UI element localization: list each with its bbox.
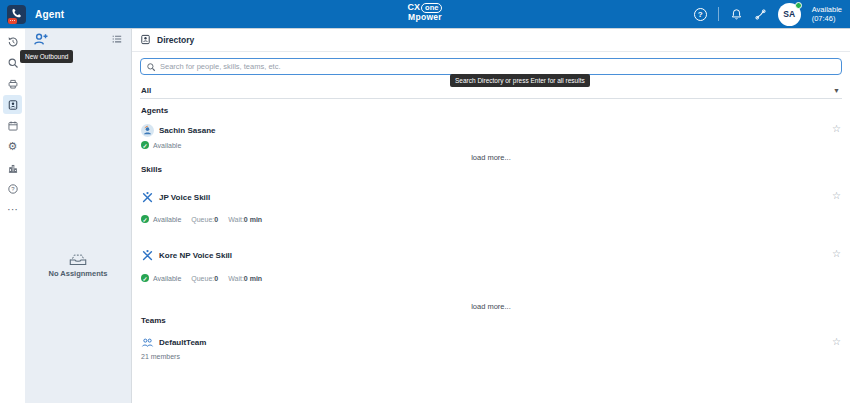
app-window: Agent CXone Mpower ? SA	[0, 0, 850, 403]
skill-icon	[141, 191, 154, 204]
available-check-icon: ✓	[141, 215, 149, 223]
available-check-icon: ✓	[141, 274, 149, 282]
skill-wait: Wait:0 min	[228, 275, 262, 282]
search-input-icon	[146, 62, 156, 72]
teams-section-heading: Teams	[141, 316, 841, 325]
agents-section-heading: Agents	[141, 106, 841, 115]
logo-cx: CX	[408, 2, 421, 12]
directory-icon[interactable]	[3, 95, 22, 114]
skill-queue: Queue:0	[191, 275, 218, 282]
notifications-bell-icon[interactable]	[730, 8, 743, 21]
team-icon	[141, 337, 154, 348]
status-line2: (07:46)	[812, 14, 842, 23]
skill-row[interactable]: JP Voice Skill ☆	[141, 191, 841, 204]
available-check-icon: ✓	[141, 141, 149, 149]
load-more-agents[interactable]: load more...	[141, 153, 841, 162]
agent-row[interactable]: Sachin Sasane ☆	[141, 124, 841, 137]
presence-available-dot	[795, 2, 802, 9]
app-title: Agent	[35, 9, 64, 20]
reports-chart-icon[interactable]	[3, 158, 22, 177]
skill-row[interactable]: Kore NP Voice Skill ☆	[141, 249, 841, 262]
queue-list-icon[interactable]	[111, 33, 123, 45]
chevron-down-icon: ▼	[833, 87, 842, 94]
new-outbound-tooltip: New Outbound	[20, 50, 73, 63]
calendar-icon[interactable]	[3, 116, 22, 135]
search-directory-tooltip: Search Directory or press Enter for all …	[450, 74, 590, 87]
skill-queue: Queue:0	[191, 216, 218, 223]
agent-status-text[interactable]: Available (07:46)	[812, 5, 842, 24]
inbox-icon	[68, 252, 88, 267]
agent-name: Sachin Sasane	[159, 126, 215, 135]
directory-search-input[interactable]	[160, 62, 836, 71]
filter-selected-value: All	[140, 86, 151, 95]
directory-results: Agents Sachin Sasane ☆ ✓ Availabl	[132, 106, 850, 360]
settings-gear-icon[interactable]: ⚙	[3, 137, 22, 156]
chat-bubble-icon	[8, 18, 17, 24]
skill-wait: Wait:0 min	[228, 216, 262, 223]
left-icon-rail: ⚙ ? ···	[0, 28, 25, 403]
printer-icon[interactable]	[3, 74, 22, 93]
skill-name: Kore NP Voice Skill	[159, 251, 232, 260]
favorite-star-icon[interactable]: ☆	[832, 191, 841, 201]
team-row[interactable]: DefaultTeam ☆	[141, 337, 841, 348]
favorite-star-icon[interactable]: ☆	[832, 337, 841, 347]
skill-availability: Available	[153, 216, 181, 223]
header-actions: ? SA Available (07:4	[694, 0, 842, 28]
more-options-icon[interactable]: ···	[3, 200, 22, 219]
skill-status-line: ✓ Available Queue:0 Wait:0 min	[141, 274, 841, 282]
team-name: DefaultTeam	[159, 338, 206, 347]
directory-card-icon	[140, 34, 151, 45]
new-outbound-icon[interactable]	[32, 31, 49, 48]
rail-help-icon[interactable]: ?	[3, 179, 22, 198]
skill-availability: Available	[153, 275, 181, 282]
agent-availability: Available	[153, 142, 181, 149]
skill-status-line: ✓ Available Queue:0 Wait:0 min	[141, 215, 841, 223]
status-line1: Available	[812, 5, 842, 14]
top-header: Agent CXone Mpower ? SA	[0, 0, 850, 28]
no-assignments-empty-state: No Assignments	[25, 252, 131, 278]
skills-section-heading: Skills	[141, 165, 841, 174]
favorite-star-icon[interactable]: ☆	[832, 124, 841, 134]
user-avatar[interactable]: SA	[778, 3, 801, 26]
skill-icon	[141, 249, 154, 262]
history-icon[interactable]	[3, 32, 22, 51]
skill-name: JP Voice Skill	[159, 193, 210, 202]
header-divider	[718, 7, 719, 21]
agent-app-icon[interactable]	[7, 5, 26, 24]
no-assignments-text: No Assignments	[25, 269, 131, 278]
directory-title: Directory	[157, 35, 194, 45]
favorite-star-icon[interactable]: ☆	[832, 249, 841, 259]
svg-text:?: ?	[11, 186, 15, 192]
agent-status-line: ✓ Available	[141, 141, 841, 149]
handset-icon[interactable]	[754, 8, 767, 21]
agent-avatar	[141, 124, 154, 137]
logo-one-oval: one	[421, 3, 442, 13]
team-members-count: 21 members	[141, 353, 841, 360]
directory-header: Directory	[132, 28, 850, 52]
load-more-skills[interactable]: load more...	[141, 302, 841, 311]
help-icon[interactable]: ?	[694, 8, 707, 21]
directory-search-box	[140, 58, 842, 75]
assignments-panel: No Assignments	[25, 28, 131, 403]
